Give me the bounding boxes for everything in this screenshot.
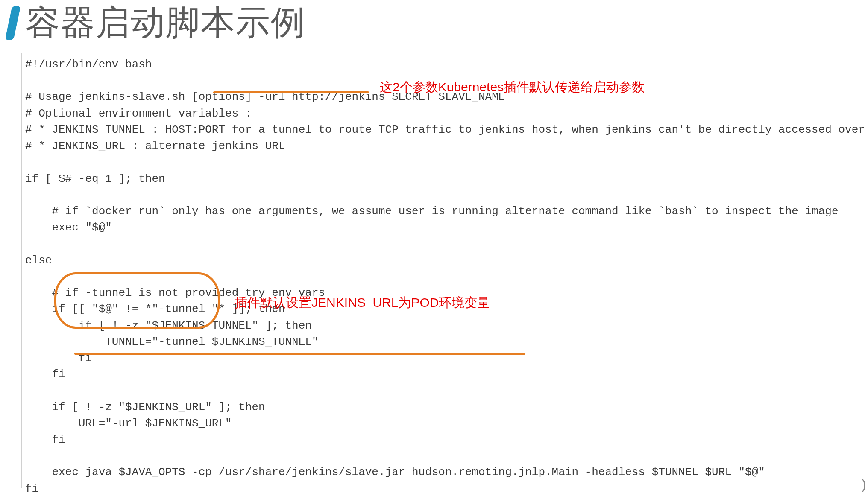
code-line: URL="-url $JENKINS_URL" (25, 417, 232, 430)
code-line: fi (25, 368, 65, 381)
code-line: fi (25, 482, 38, 495)
code-line: # * JENKINS_URL : alternate jenkins URL (25, 140, 285, 152)
code-line: fi (25, 433, 65, 446)
code-line: # Optional environment variables : (25, 107, 252, 120)
highlight-underline-icon (74, 353, 525, 355)
code-block: #!/usr/bin/env bash # Usage jenkins-slav… (25, 56, 855, 496)
decorative-paren-icon: ) (862, 476, 866, 493)
code-line: if [ ! -z "$JENKINS_URL" ]; then (25, 401, 265, 414)
code-line: #!/usr/bin/env bash (25, 58, 152, 71)
annotation-text: 插件默认设置JENKINS_URL为POD环境变量 (235, 293, 490, 312)
title-accent-icon (5, 6, 21, 40)
code-line: if [ $# -eq 1 ]; then (25, 172, 165, 185)
code-line: else (25, 254, 52, 267)
annotation-text: 这2个参数Kubernetes插件默认传递给启动参数 (380, 78, 645, 96)
code-line: # * JENKINS_TUNNEL : HOST:PORT for a tun… (25, 123, 868, 136)
code-panel: #!/usr/bin/env bash # Usage jenkins-slav… (21, 53, 855, 488)
code-line: # if `docker run` only has one arguments… (25, 205, 839, 218)
code-line: exec "$@" (25, 221, 112, 234)
code-line: exec java $JAVA_OPTS -cp /usr/share/jenk… (25, 466, 765, 478)
title-bar: 容器启动脚本示例 (0, 0, 868, 53)
code-line: TUNNEL="-tunnel $JENKINS_TUNNEL" (25, 336, 319, 348)
highlight-underline-icon (213, 91, 369, 93)
page-title: 容器启动脚本示例 (26, 0, 306, 46)
code-line: if [ ! -z "$JENKINS_TUNNEL" ]; then (25, 319, 312, 332)
